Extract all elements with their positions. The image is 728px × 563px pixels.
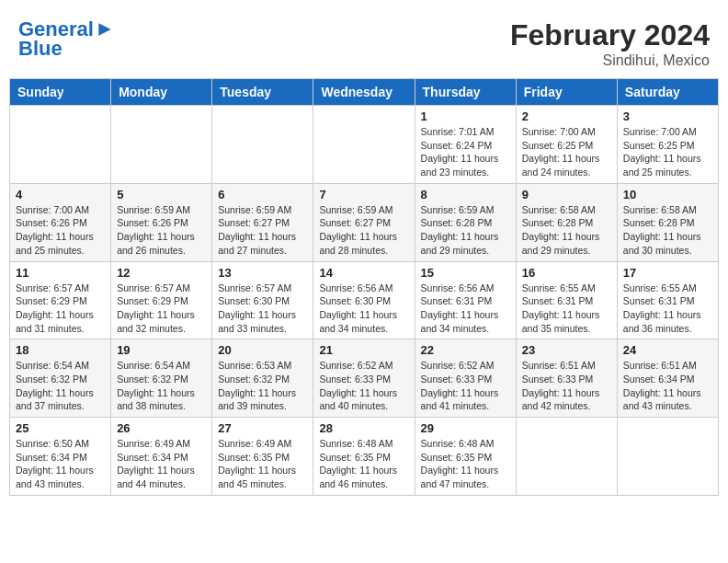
calendar-cell xyxy=(617,418,718,496)
day-number: 13 xyxy=(218,266,307,280)
calendar-cell: 3Sunrise: 7:00 AMSunset: 6:25 PMDaylight… xyxy=(617,106,718,184)
weekday-header-thursday: Thursday xyxy=(415,79,516,106)
calendar-cell: 15Sunrise: 6:56 AMSunset: 6:31 PMDayligh… xyxy=(415,261,516,339)
day-info: Sunrise: 6:53 AMSunset: 6:32 PMDaylight:… xyxy=(218,359,307,413)
day-number: 20 xyxy=(218,343,307,357)
day-info: Sunrise: 6:54 AMSunset: 6:32 PMDaylight:… xyxy=(16,359,105,413)
svg-marker-0 xyxy=(98,23,110,35)
calendar-cell xyxy=(313,106,415,184)
weekday-header-sunday: Sunday xyxy=(10,79,111,106)
calendar-cell: 9Sunrise: 6:58 AMSunset: 6:28 PMDaylight… xyxy=(516,183,617,261)
calendar-cell xyxy=(111,106,212,184)
day-number: 10 xyxy=(623,188,712,201)
day-number: 27 xyxy=(218,421,307,435)
day-info: Sunrise: 6:49 AMSunset: 6:35 PMDaylight:… xyxy=(218,437,307,491)
calendar-cell: 4Sunrise: 7:00 AMSunset: 6:26 PMDaylight… xyxy=(10,183,111,261)
calendar-cell: 27Sunrise: 6:49 AMSunset: 6:35 PMDayligh… xyxy=(212,418,313,496)
calendar-cell: 18Sunrise: 6:54 AMSunset: 6:32 PMDayligh… xyxy=(10,339,111,418)
day-info: Sunrise: 6:58 AMSunset: 6:28 PMDaylight:… xyxy=(522,203,611,258)
month-title: February 2024 xyxy=(510,18,710,52)
calendar-cell: 16Sunrise: 6:55 AMSunset: 6:31 PMDayligh… xyxy=(516,261,617,339)
day-info: Sunrise: 6:59 AMSunset: 6:28 PMDaylight:… xyxy=(421,203,510,258)
weekday-header-row: SundayMondayTuesdayWednesdayThursdayFrid… xyxy=(10,79,719,106)
day-number: 28 xyxy=(319,421,408,435)
logo-icon xyxy=(96,20,114,39)
day-number: 2 xyxy=(522,109,611,123)
day-info: Sunrise: 6:57 AMSunset: 6:29 PMDaylight:… xyxy=(117,282,206,336)
day-number: 22 xyxy=(421,343,510,357)
location-title: Sindihui, Mexico xyxy=(510,52,710,69)
weekday-header-friday: Friday xyxy=(516,79,617,106)
day-number: 24 xyxy=(623,343,712,357)
header: General Blue February 2024 Sindihui, Mex… xyxy=(9,9,719,74)
calendar-cell: 1Sunrise: 7:01 AMSunset: 6:24 PMDaylight… xyxy=(415,106,516,184)
calendar-cell: 13Sunrise: 6:57 AMSunset: 6:30 PMDayligh… xyxy=(212,261,313,339)
day-info: Sunrise: 6:56 AMSunset: 6:30 PMDaylight:… xyxy=(319,282,408,336)
day-number: 8 xyxy=(421,188,510,201)
day-info: Sunrise: 6:56 AMSunset: 6:31 PMDaylight:… xyxy=(421,282,510,336)
day-number: 7 xyxy=(319,188,408,201)
calendar-table: SundayMondayTuesdayWednesdayThursdayFrid… xyxy=(9,78,719,496)
day-number: 19 xyxy=(117,343,206,357)
day-info: Sunrise: 6:48 AMSunset: 6:35 PMDaylight:… xyxy=(319,437,408,491)
day-number: 12 xyxy=(117,266,206,280)
day-number: 3 xyxy=(623,109,712,123)
calendar-cell xyxy=(212,106,313,184)
calendar-week-row: 11Sunrise: 6:57 AMSunset: 6:29 PMDayligh… xyxy=(10,261,719,339)
calendar-cell: 29Sunrise: 6:48 AMSunset: 6:35 PMDayligh… xyxy=(415,418,516,496)
calendar-cell: 12Sunrise: 6:57 AMSunset: 6:29 PMDayligh… xyxy=(111,261,212,339)
weekday-header-wednesday: Wednesday xyxy=(313,79,415,106)
calendar-cell: 5Sunrise: 6:59 AMSunset: 6:26 PMDaylight… xyxy=(111,183,212,261)
day-info: Sunrise: 7:01 AMSunset: 6:24 PMDaylight:… xyxy=(421,125,510,179)
day-info: Sunrise: 7:00 AMSunset: 6:25 PMDaylight:… xyxy=(522,125,611,179)
calendar-cell: 19Sunrise: 6:54 AMSunset: 6:32 PMDayligh… xyxy=(111,339,212,418)
day-number: 5 xyxy=(117,188,206,201)
day-number: 25 xyxy=(16,421,105,435)
calendar-cell: 14Sunrise: 6:56 AMSunset: 6:30 PMDayligh… xyxy=(313,261,415,339)
day-number: 1 xyxy=(421,109,510,123)
day-number: 6 xyxy=(218,188,307,201)
calendar-cell: 2Sunrise: 7:00 AMSunset: 6:25 PMDaylight… xyxy=(516,106,617,184)
day-info: Sunrise: 6:48 AMSunset: 6:35 PMDaylight:… xyxy=(421,437,510,491)
calendar-cell xyxy=(10,106,111,184)
day-info: Sunrise: 6:52 AMSunset: 6:33 PMDaylight:… xyxy=(319,359,408,413)
day-info: Sunrise: 6:54 AMSunset: 6:32 PMDaylight:… xyxy=(117,359,206,413)
calendar-cell: 21Sunrise: 6:52 AMSunset: 6:33 PMDayligh… xyxy=(313,339,415,418)
calendar-cell: 28Sunrise: 6:48 AMSunset: 6:35 PMDayligh… xyxy=(313,418,415,496)
calendar-cell: 11Sunrise: 6:57 AMSunset: 6:29 PMDayligh… xyxy=(10,261,111,339)
weekday-header-tuesday: Tuesday xyxy=(212,79,313,106)
day-number: 29 xyxy=(421,421,510,435)
day-number: 21 xyxy=(319,343,408,357)
calendar-week-row: 18Sunrise: 6:54 AMSunset: 6:32 PMDayligh… xyxy=(10,339,719,418)
calendar-cell: 7Sunrise: 6:59 AMSunset: 6:27 PMDaylight… xyxy=(313,183,415,261)
day-info: Sunrise: 6:49 AMSunset: 6:34 PMDaylight:… xyxy=(117,437,206,491)
day-number: 11 xyxy=(16,266,105,280)
weekday-header-monday: Monday xyxy=(111,79,212,106)
day-info: Sunrise: 7:00 AMSunset: 6:26 PMDaylight:… xyxy=(16,203,105,258)
day-info: Sunrise: 6:59 AMSunset: 6:26 PMDaylight:… xyxy=(117,203,206,258)
day-number: 9 xyxy=(522,188,611,201)
day-info: Sunrise: 6:59 AMSunset: 6:27 PMDaylight:… xyxy=(319,203,408,258)
day-info: Sunrise: 6:57 AMSunset: 6:29 PMDaylight:… xyxy=(16,282,105,336)
calendar-week-row: 1Sunrise: 7:01 AMSunset: 6:24 PMDaylight… xyxy=(10,106,719,184)
calendar-cell: 17Sunrise: 6:55 AMSunset: 6:31 PMDayligh… xyxy=(617,261,718,339)
day-number: 23 xyxy=(522,343,611,357)
calendar-cell xyxy=(516,418,617,496)
calendar-week-row: 25Sunrise: 6:50 AMSunset: 6:34 PMDayligh… xyxy=(10,418,719,496)
day-number: 15 xyxy=(421,266,510,280)
day-info: Sunrise: 6:51 AMSunset: 6:33 PMDaylight:… xyxy=(522,359,611,413)
calendar-cell: 24Sunrise: 6:51 AMSunset: 6:34 PMDayligh… xyxy=(617,339,718,418)
day-info: Sunrise: 6:59 AMSunset: 6:27 PMDaylight:… xyxy=(218,203,307,258)
calendar-week-row: 4Sunrise: 7:00 AMSunset: 6:26 PMDaylight… xyxy=(10,183,719,261)
calendar-cell: 6Sunrise: 6:59 AMSunset: 6:27 PMDaylight… xyxy=(212,183,313,261)
day-info: Sunrise: 6:55 AMSunset: 6:31 PMDaylight:… xyxy=(522,282,611,336)
day-info: Sunrise: 6:55 AMSunset: 6:31 PMDaylight:… xyxy=(623,282,712,336)
day-number: 16 xyxy=(522,266,611,280)
day-info: Sunrise: 6:51 AMSunset: 6:34 PMDaylight:… xyxy=(623,359,712,413)
day-number: 18 xyxy=(16,343,105,357)
day-number: 26 xyxy=(117,421,206,435)
day-number: 4 xyxy=(16,188,105,201)
logo: General Blue xyxy=(18,18,114,61)
day-number: 14 xyxy=(319,266,408,280)
calendar-cell: 20Sunrise: 6:53 AMSunset: 6:32 PMDayligh… xyxy=(212,339,313,418)
